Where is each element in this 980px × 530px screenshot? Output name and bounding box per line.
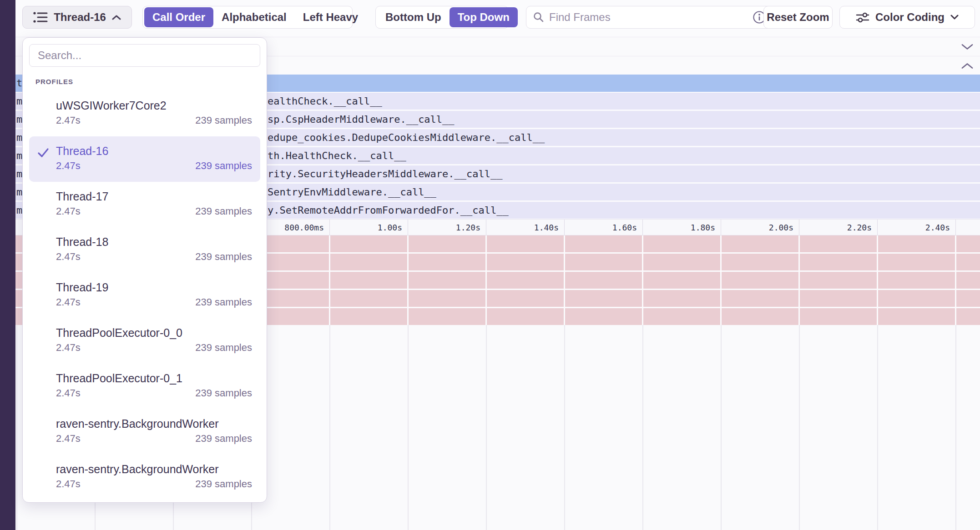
thread-selector-button[interactable]: Thread-16 (22, 6, 132, 29)
thread-option-raven-sentry-backgroundworker-1[interactable]: raven-sentry.BackgroundWorker 2.47s 239 … (29, 409, 260, 455)
thread-option-thread-17[interactable]: Thread-17 2.47s 239 samples (29, 182, 260, 227)
gridline (798, 235, 800, 325)
axis-tick-label: 1.80s (691, 220, 715, 236)
axis-tick (486, 220, 486, 236)
chevron-down-icon (950, 15, 959, 20)
gridline (642, 235, 643, 325)
frame-text: edupe_cookies.DedupeCookiesMiddleware.__… (268, 129, 545, 146)
axis-tick (955, 220, 956, 236)
gridline (720, 235, 722, 325)
axis-tick-label: 1.00s (378, 220, 402, 236)
sort-segmented-control: Call Order Alphabetical Left Heavy (142, 6, 353, 29)
frame-text: m (16, 184, 22, 200)
thread-option-name: raven-sentry.BackgroundWorker (56, 416, 252, 431)
profiler-page: Thread-16 Call Order Alphabetical Left H… (0, 0, 980, 530)
frame-text: ealthCheck.__call__ (268, 93, 382, 110)
thread-option-uwsgiworker7core2[interactable]: uWSGIWorker7Core2 2.47s 239 samples (29, 91, 260, 136)
segment-call-order[interactable]: Call Order (144, 7, 213, 27)
thread-option-name: ThreadPoolExecutor-0_1 (56, 370, 252, 386)
reset-zoom-label: Reset Zoom (767, 11, 829, 24)
expand-chevron-down-icon[interactable] (961, 44, 974, 50)
gridline (564, 235, 565, 325)
thread-option-thread-18[interactable]: Thread-18 2.47s 239 samples (29, 227, 260, 273)
thread-option-thread-16[interactable]: Thread-16 2.47s 239 samples (29, 136, 260, 182)
frame-text: m (16, 202, 22, 219)
frame-text: sp.CspHeaderMiddleware.__call__ (268, 111, 455, 128)
segment-alphabetical[interactable]: Alphabetical (213, 7, 295, 27)
thread-option-name: Thread-19 (56, 280, 252, 295)
thread-option-raven-sentry-backgroundworker-2[interactable]: raven-sentry.BackgroundWorker 2.47s 239 … (29, 455, 260, 500)
thread-option-samples: 239 samples (195, 250, 252, 264)
collapse-chevron-up-icon[interactable] (961, 62, 974, 69)
thread-option-name: uWSGIWorker7Core2 (56, 98, 252, 113)
axis-tick-label: 2.00s (769, 220, 793, 236)
segment-top-down[interactable]: Top Down (450, 7, 518, 27)
search-icon (533, 11, 545, 23)
thread-option-thread-19[interactable]: Thread-19 2.47s 239 samples (29, 273, 260, 318)
gridline (407, 235, 409, 325)
frame-text: SentryEnvMiddleware.__call__ (268, 184, 436, 200)
gridline (642, 325, 643, 530)
reset-zoom-button[interactable]: Reset Zoom (763, 6, 833, 29)
gridline (564, 325, 565, 530)
axis-tick (564, 220, 565, 236)
axis-tick (642, 220, 643, 236)
axis-tick (329, 220, 330, 236)
frame-text: m (16, 129, 22, 146)
thread-option-duration: 2.47s (56, 295, 81, 310)
axis-tick (799, 220, 799, 236)
thread-option-duration: 2.47s (56, 386, 81, 400)
segment-left-heavy[interactable]: Left Heavy (295, 7, 366, 27)
gridline (329, 325, 330, 530)
thread-option-samples: 239 samples (195, 204, 252, 219)
thread-dropdown: PROFILES uWSGIWorker7Core2 2.47s 239 sam… (22, 37, 267, 503)
gridline (485, 235, 487, 325)
thread-option-threadpoolexecutor-0-1[interactable]: ThreadPoolExecutor-0_1 2.47s 239 samples (29, 364, 260, 409)
frame-text: th.HealthCheck.__call__ (268, 147, 406, 164)
thread-option-duration: 2.47s (56, 431, 81, 446)
flamegraph-toolbar: Thread-16 Call Order Alphabetical Left H… (15, 0, 980, 37)
thread-option-name: Thread-16 (56, 143, 252, 159)
thread-option-duration: 2.47s (56, 113, 81, 128)
chevron-up-icon (111, 15, 121, 20)
gridline (16, 325, 17, 530)
profiles-section-label: PROFILES (35, 78, 267, 85)
axis-tick (721, 220, 721, 236)
sliders-icon (855, 11, 870, 24)
axis-tick-label: 800.00ms (284, 220, 324, 236)
find-frames-input[interactable] (549, 11, 748, 24)
thread-option-name: Thread-18 (56, 234, 252, 250)
thread-option-duration: 2.47s (56, 159, 81, 173)
check-icon (37, 147, 50, 158)
axis-tick-label: 1.20s (456, 220, 480, 236)
thread-option-name: ThreadPoolExecutor-0_0 (56, 325, 252, 340)
thread-list-icon (33, 11, 48, 24)
thread-option-samples: 239 samples (195, 431, 252, 446)
gridline (329, 235, 330, 325)
thread-option-name: raven-sentry.BackgroundWorker (56, 461, 252, 477)
thread-option-threadpoolexecutor-0-0[interactable]: ThreadPoolExecutor-0_0 2.47s 239 samples (29, 318, 260, 364)
thread-option-name: Thread-17 (56, 189, 252, 204)
thread-option-duration: 2.47s (56, 204, 81, 219)
thread-selector-label: Thread-16 (54, 11, 106, 24)
gridline (877, 325, 878, 530)
axis-tick (408, 220, 408, 236)
thread-option-samples: 239 samples (195, 159, 252, 173)
frame-text: m (16, 93, 22, 110)
thread-search-input[interactable] (29, 44, 260, 67)
frame-text: y.SetRemoteAddrFromForwardedFor.__call__ (268, 202, 509, 219)
frame-text: rity.SecurityHeadersMiddleware.__call__ (268, 165, 503, 182)
segment-bottom-up[interactable]: Bottom Up (377, 7, 450, 27)
color-coding-button[interactable]: Color Coding (839, 6, 975, 29)
gridline (721, 325, 722, 530)
color-coding-label: Color Coding (875, 11, 945, 24)
gridline (877, 235, 878, 325)
gridline (799, 325, 800, 530)
axis-tick-label: 1.40s (534, 220, 559, 236)
axis-tick-label: 2.40s (925, 220, 950, 236)
thread-option-duration: 2.47s (56, 340, 81, 355)
gridline (955, 235, 956, 325)
thread-option-samples: 239 samples (195, 295, 252, 310)
gridline (486, 325, 487, 530)
thread-option-duration: 2.47s (56, 250, 81, 264)
